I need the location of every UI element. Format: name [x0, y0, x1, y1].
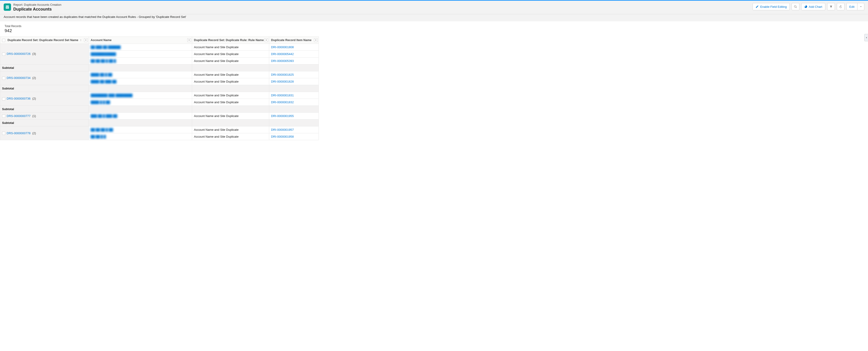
- account-name-cell[interactable]: ████ █ █ ██: [89, 99, 192, 105]
- drs-link[interactable]: DRS-0000000778: [7, 131, 31, 135]
- refresh-button[interactable]: [837, 3, 845, 10]
- edit-label: Edit: [849, 5, 855, 8]
- drs-link[interactable]: DRS-0000000777: [7, 114, 31, 118]
- subtotal-row: Subtotal: [0, 120, 319, 126]
- account-name-cell[interactable]: ████ ██ ███ ██: [89, 78, 192, 85]
- account-name-cell[interactable]: ████ ██ █ ██: [89, 71, 192, 78]
- table-row: DRS-0000000734 (2)████ ██ █ ██Account Na…: [0, 71, 319, 78]
- dri-link[interactable]: DRI-0000001828: [271, 80, 294, 83]
- account-link[interactable]: ████████ ███ ████████: [91, 94, 132, 97]
- dri-cell[interactable]: DRI-0000001957: [269, 126, 319, 133]
- rule-name-cell: Account Name and Site Duplicate: [192, 133, 269, 140]
- account-name-cell[interactable]: ████████ ███ ████████: [89, 92, 192, 99]
- col-menu-rule[interactable]: [265, 38, 268, 42]
- col-header-drs[interactable]: Duplicate Record Set: Duplicate Record S…: [0, 37, 89, 44]
- rule-name-cell: Account Name and Site Duplicate: [192, 92, 269, 99]
- dri-link[interactable]: DRI-0000001958: [271, 135, 294, 138]
- dri-cell[interactable]: DRI-0000001828: [269, 78, 319, 85]
- account-link[interactable]: ██ ███ ██ ██████: [91, 45, 121, 49]
- row-checkbox[interactable]: [2, 115, 5, 118]
- filter-button[interactable]: [827, 3, 835, 10]
- row-checkbox[interactable]: [2, 76, 5, 80]
- rule-name-cell: Account Name and Site Duplicate: [192, 99, 269, 105]
- account-name-cell[interactable]: ██ ███ ██ ██████: [89, 43, 192, 51]
- drs-link[interactable]: DRS-0000000736: [7, 97, 31, 100]
- edit-menu-button[interactable]: [858, 3, 864, 10]
- subtotal-row: Subtotal: [0, 64, 319, 71]
- collapse-side-panel-button[interactable]: [864, 34, 868, 41]
- table-row: DRS-0000000778 (2)██ ██ ██ █ ██Account N…: [0, 126, 319, 133]
- subtotal-label: Subtotal: [0, 64, 89, 71]
- dri-link[interactable]: DRI-0000005442: [271, 52, 294, 56]
- dri-cell[interactable]: DRI-0000001955: [269, 113, 319, 120]
- row-checkbox[interactable]: [2, 132, 5, 135]
- report-header: Report: Duplicate Accounts Creation Dupl…: [0, 0, 868, 21]
- account-link[interactable]: ████ ██ █ ██: [91, 73, 112, 76]
- row-checkbox[interactable]: [2, 97, 5, 100]
- subtotal-label: Subtotal: [0, 105, 89, 113]
- account-link[interactable]: ████ █ █ ██: [91, 100, 110, 104]
- drs-link[interactable]: DRS-0000000726: [7, 52, 31, 56]
- report-table: Duplicate Record Set: Duplicate Record S…: [0, 36, 319, 140]
- dri-link[interactable]: DRI-0000001832: [271, 100, 294, 104]
- drs-link[interactable]: DRS-0000000734: [7, 76, 31, 79]
- group-count: (3): [31, 52, 36, 56]
- page-title: Duplicate Accounts: [13, 7, 62, 12]
- col-menu-dri[interactable]: [314, 38, 318, 42]
- search-button[interactable]: [792, 3, 799, 10]
- row-checkbox[interactable]: [2, 53, 5, 56]
- rule-name-cell: Account Name and Site Duplicate: [192, 57, 269, 64]
- account-link[interactable]: ███ ██ █ ███ ██: [91, 114, 117, 118]
- select-all-checkbox[interactable]: [2, 39, 5, 42]
- account-name-cell[interactable]: ██ ██ ██ █ ██ █: [89, 57, 192, 64]
- report-icon: [4, 3, 11, 11]
- rule-name-cell: Account Name and Site Duplicate: [192, 113, 269, 120]
- group-count: (2): [31, 76, 36, 79]
- account-link[interactable]: ██ ██ ██ █ ██ █: [91, 59, 116, 63]
- col-header-rule-label: Duplicate Record Set: Duplicate Rule: Ru…: [194, 38, 264, 42]
- col-header-account[interactable]: Account Name: [89, 37, 192, 44]
- col-header-dri[interactable]: Duplicate Record Item Name: [269, 37, 319, 44]
- col-header-drs-label: Duplicate Record Set: Duplicate Record S…: [7, 38, 78, 42]
- dri-cell[interactable]: DRI-0000005442: [269, 51, 319, 57]
- dri-link[interactable]: DRI-0000001808: [271, 45, 294, 49]
- account-name-cell[interactable]: ███ ██ █ ███ ██: [89, 113, 192, 120]
- dri-cell[interactable]: DRI-0000001825: [269, 71, 319, 78]
- total-records-label: Total Records: [5, 25, 863, 28]
- account-link[interactable]: ████████████: [91, 52, 116, 56]
- account-link[interactable]: ██ ██ ██ █ ██: [91, 128, 113, 131]
- dri-cell[interactable]: DRI-0000001831: [269, 92, 319, 99]
- col-header-account-label: Account Name: [91, 38, 112, 42]
- account-link[interactable]: ██ ██ █ █: [91, 135, 106, 138]
- dri-link[interactable]: DRI-0000001957: [271, 128, 294, 131]
- enable-field-editing-button[interactable]: Enable Field Editing: [752, 3, 790, 10]
- add-chart-label: Add Chart: [809, 5, 822, 8]
- group-count: (2): [31, 131, 36, 135]
- dri-cell[interactable]: DRI-0000001958: [269, 133, 319, 140]
- account-name-cell[interactable]: ████████████: [89, 51, 192, 57]
- report-description: Account records that have been created a…: [0, 14, 868, 21]
- subtotal-row: Subtotal: [0, 105, 319, 113]
- sort-asc-icon: ↑: [80, 38, 82, 42]
- dri-cell[interactable]: DRI-0000001832: [269, 99, 319, 105]
- account-link[interactable]: ████ ██ ███ ██: [91, 80, 116, 83]
- dri-cell[interactable]: DRI-0000001808: [269, 43, 319, 51]
- account-name-cell[interactable]: ██ ██ █ █: [89, 133, 192, 140]
- dri-link[interactable]: DRI-0000001831: [271, 94, 294, 97]
- edit-button[interactable]: Edit: [846, 3, 858, 10]
- table-row: DRS-0000000726 (3)██ ███ ██ ██████Accoun…: [0, 43, 319, 51]
- rule-name-cell: Account Name and Site Duplicate: [192, 78, 269, 85]
- col-menu-drs[interactable]: [84, 38, 88, 42]
- col-menu-account[interactable]: [187, 38, 191, 42]
- dri-link[interactable]: DRI-0000001825: [271, 73, 294, 76]
- rule-name-cell: Account Name and Site Duplicate: [192, 71, 269, 78]
- dri-cell[interactable]: DRI-0000005393: [269, 57, 319, 64]
- dri-link[interactable]: DRI-0000005393: [271, 59, 294, 63]
- add-chart-button[interactable]: Add Chart: [801, 3, 825, 10]
- report-eyebrow: Report: Duplicate Accounts Creation: [13, 3, 62, 6]
- rule-name-cell: Account Name and Site Duplicate: [192, 126, 269, 133]
- account-name-cell[interactable]: ██ ██ ██ █ ██: [89, 126, 192, 133]
- subtotal-label: Subtotal: [0, 120, 89, 126]
- dri-link[interactable]: DRI-0000001955: [271, 114, 294, 118]
- col-header-rule[interactable]: Duplicate Record Set: Duplicate Rule: Ru…: [192, 37, 269, 44]
